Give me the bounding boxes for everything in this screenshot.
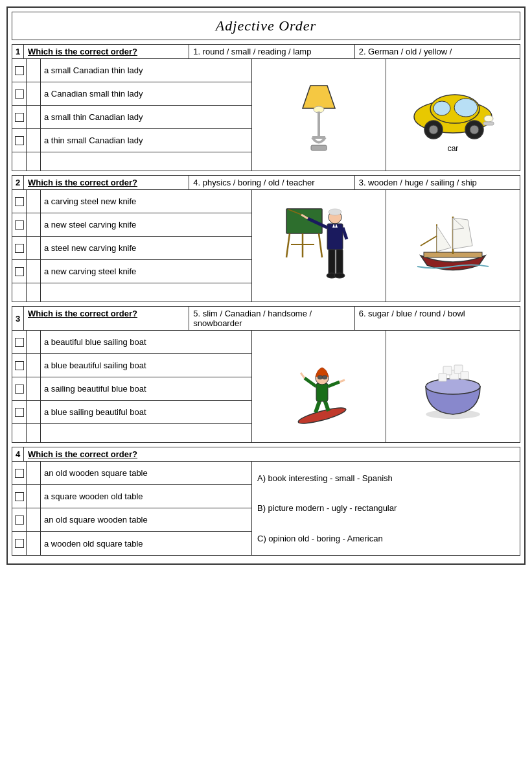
- section-4-num: 4: [12, 447, 24, 461]
- list-item: an old square wooden table: [12, 508, 251, 532]
- section-2-clue1-header: 4. physics / boring / old / teacher: [189, 176, 354, 189]
- list-item: a blue beautiful sailing boat: [12, 354, 251, 377]
- checkbox-1-1[interactable]: [12, 59, 27, 82]
- checkbox-3-4[interactable]: [12, 401, 27, 423]
- letter-2-1: [27, 190, 41, 213]
- list-item: a carving steel new knife: [12, 190, 251, 213]
- letter-2-3: [27, 237, 41, 259]
- spacer-row: [12, 283, 251, 302]
- svg-line-17: [319, 233, 322, 257]
- clue-4-b: B) picture modern - ugly - rectangular: [257, 503, 515, 513]
- checkbox-1-3[interactable]: [12, 106, 27, 128]
- option-4-3-text: an old square wooden table: [41, 508, 251, 531]
- letter-4-4: [27, 532, 41, 555]
- svg-rect-30: [336, 250, 343, 274]
- section-2-clue2-header: 3. wooden / huge / sailing / ship: [355, 176, 520, 189]
- option-3-3-text: a sailing beautiful blue boat: [41, 377, 251, 400]
- letter-1-3: [27, 106, 41, 128]
- section-2: 2 Which is the correct order? 4. physics…: [12, 175, 520, 302]
- section-2-body: a carving steel new knife a new steel ca…: [12, 190, 520, 302]
- option-1-4-text: a thin small Canadian lady: [41, 129, 251, 152]
- list-item: a new carving steel knife: [12, 260, 251, 283]
- letter-4-1: [27, 462, 41, 484]
- section-3-right: [252, 331, 520, 442]
- letter-1-2: [27, 82, 41, 105]
- snowboarder-icon: [286, 344, 351, 429]
- clue-4-a: A) book interesting - small - Spanish: [257, 473, 515, 483]
- section-1-num: 1: [12, 45, 24, 58]
- section-3: 3 Which is the correct order? 5. slim / …: [12, 306, 520, 443]
- checkbox-4-4[interactable]: [12, 532, 27, 555]
- car-label: car: [448, 144, 459, 153]
- checkbox-4-3[interactable]: [12, 508, 27, 531]
- clue-4-c: C) opinion old - boring - American: [257, 534, 515, 543]
- section-4-body: an old wooden square table a square wood…: [12, 462, 520, 555]
- ship-image-cell: [386, 190, 520, 302]
- option-2-2-text: a new steel carving knife: [41, 213, 251, 236]
- letter-3-4: [27, 401, 41, 423]
- letter-4-3: [27, 508, 41, 531]
- checkbox-1-2[interactable]: [12, 82, 27, 105]
- option-4-1-text: an old wooden square table: [41, 462, 251, 484]
- section-4-options: an old wooden square table a square wood…: [12, 462, 252, 555]
- list-item: a thin small Canadian lady: [12, 129, 251, 152]
- list-item: a steel new carving knife: [12, 237, 251, 260]
- option-4-2-text: a square wooden old table: [41, 485, 251, 508]
- checkbox-2-2[interactable]: [12, 213, 27, 236]
- list-item: a Canadian small thin lady: [12, 82, 251, 106]
- checkbox-3-1[interactable]: [12, 331, 27, 353]
- letter-2-4: [27, 260, 41, 283]
- section-1-body: a small Canadian thin lady a Canadian sm…: [12, 59, 520, 171]
- section-1: 1 Which is the correct order? 1. round /…: [12, 44, 520, 171]
- svg-point-7: [454, 99, 478, 117]
- checkbox-1-4[interactable]: [12, 129, 27, 152]
- list-item: a sailing beautiful blue boat: [12, 377, 251, 401]
- section-3-body: a beautiful blue sailing boat a blue bea…: [12, 331, 520, 442]
- checkbox-4-1[interactable]: [12, 462, 27, 484]
- section-4-clues: A) book interesting - small - Spanish B)…: [252, 462, 520, 555]
- letter-3-1: [27, 331, 41, 353]
- letter-3-2: [27, 354, 41, 377]
- bowl-icon: [414, 351, 492, 422]
- option-4-4-text: a wooden old square table: [41, 532, 251, 555]
- svg-marker-37: [437, 226, 451, 252]
- section-1-question: Which is the correct order?: [24, 45, 189, 58]
- option-3-1-text: a beautiful blue sailing boat: [41, 331, 251, 353]
- checkbox-3-3[interactable]: [12, 377, 27, 400]
- checkbox-2-4[interactable]: [12, 260, 27, 283]
- bowl-image-cell: [386, 331, 520, 442]
- option-3-2-text: a blue beautiful sailing boat: [41, 354, 251, 377]
- svg-point-50: [322, 375, 327, 379]
- svg-line-16: [286, 233, 290, 257]
- section-3-question: Which is the correct order?: [24, 307, 189, 330]
- checkbox-4-2[interactable]: [12, 485, 27, 508]
- ship-icon: [411, 210, 495, 281]
- title-row: Adjective Order: [12, 12, 520, 40]
- section-3-options: a beautiful blue sailing boat a blue bea…: [12, 331, 252, 442]
- section-4-question: Which is the correct order?: [24, 447, 520, 461]
- teacher-image-cell: [252, 190, 386, 302]
- letter-3-3: [27, 377, 41, 400]
- section-1-clue2-header: 2. German / old / yellow /: [355, 45, 520, 58]
- page-title: Adjective Order: [216, 18, 316, 34]
- section-3-clue2-header: 6. sugar / blue / round / bowl: [355, 307, 520, 330]
- letter-1-4: [27, 129, 41, 152]
- svg-point-12: [470, 125, 479, 134]
- section-2-num: 2: [12, 176, 24, 189]
- section-2-right: [252, 190, 520, 302]
- list-item: a wooden old square table: [12, 532, 251, 555]
- list-item: a square wooden old table: [12, 485, 251, 508]
- svg-line-46: [328, 382, 340, 386]
- option-1-2-text: a Canadian small thin lady: [41, 82, 251, 105]
- section-1-clue1-header: 1. round / small / reading / lamp: [189, 45, 354, 58]
- list-item: an old wooden square table: [12, 462, 251, 485]
- spacer-row: [12, 152, 251, 171]
- section-3-num: 3: [12, 307, 24, 330]
- letter-1-1: [27, 59, 41, 82]
- checkbox-2-3[interactable]: [12, 237, 27, 259]
- checkbox-2-1[interactable]: [12, 190, 27, 213]
- svg-line-45: [301, 373, 305, 378]
- checkbox-3-2[interactable]: [12, 354, 27, 377]
- teacher-icon: [283, 199, 354, 293]
- letter-2-2: [27, 213, 41, 236]
